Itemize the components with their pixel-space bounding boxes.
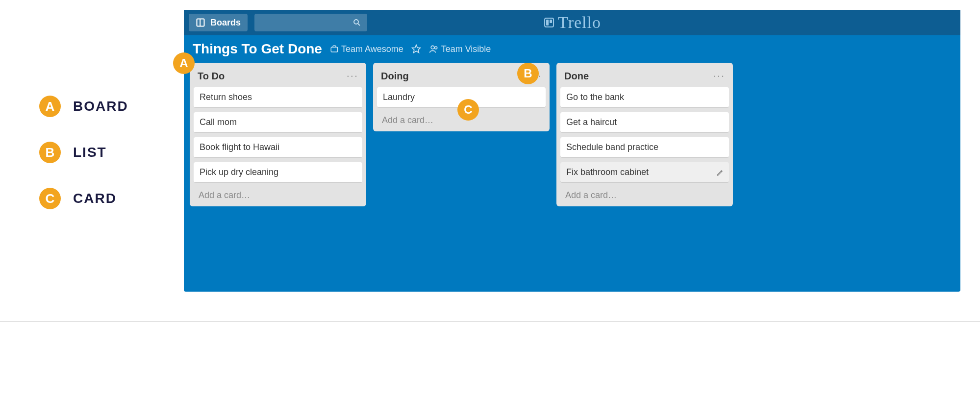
svg-rect-4 <box>545 18 553 27</box>
visibility-label: Team Visible <box>441 44 491 54</box>
card-title: Book flight to Hawaii <box>200 142 279 152</box>
svg-line-3 <box>358 24 360 25</box>
visibility-button[interactable]: Team Visible <box>429 44 491 54</box>
svg-point-10 <box>434 47 437 49</box>
card[interactable]: Call mom <box>194 112 362 132</box>
card-title: Go to the bank <box>566 92 624 102</box>
board-title[interactable]: Things To Get Done <box>193 41 322 57</box>
boards-button-label: Boards <box>210 18 241 28</box>
people-icon <box>429 44 439 54</box>
team-link[interactable]: Team Awesome <box>330 44 403 54</box>
brand-name: Trello <box>558 13 601 32</box>
list-title[interactable]: To Do <box>198 71 225 82</box>
add-card-button[interactable]: Add a card… <box>560 187 729 202</box>
legend-badge-b: B <box>39 142 61 163</box>
legend-item-board: A BOARD <box>39 96 184 117</box>
list-header: To Do ··· <box>194 68 362 87</box>
pencil-icon[interactable] <box>716 169 724 176</box>
legend-badge-c: C <box>39 188 61 209</box>
card[interactable]: Book flight to Hawaii <box>194 137 362 157</box>
divider <box>0 322 980 322</box>
add-card-button[interactable]: Add a card… <box>194 187 362 202</box>
legend-badge-a: A <box>39 96 61 117</box>
card-title: Return shoes <box>200 92 252 102</box>
card-title: Get a haircut <box>566 117 617 127</box>
card[interactable]: Pick up dry cleaning <box>194 162 362 182</box>
card-title: Schedule band practice <box>566 142 658 152</box>
svg-point-2 <box>354 20 358 24</box>
briefcase-icon <box>330 45 339 53</box>
card[interactable]: Go to the bank <box>560 87 729 107</box>
overlay-badge-c: C <box>457 99 479 121</box>
board-icon <box>196 18 205 27</box>
card-title: Pick up dry cleaning <box>200 167 278 177</box>
legend-item-list: B LIST <box>39 142 184 163</box>
topbar: Boards <box>184 10 960 35</box>
svg-point-9 <box>431 46 434 49</box>
brand-logo[interactable]: Trello <box>543 13 601 32</box>
overlay-badge-a: A <box>173 52 195 74</box>
search-icon <box>352 18 361 27</box>
svg-rect-7 <box>331 47 338 52</box>
list-menu-button[interactable]: ··· <box>347 70 358 82</box>
card[interactable]: Fix bathroom cabinet <box>560 162 729 182</box>
star-icon <box>411 44 421 54</box>
brand-icon <box>543 17 555 28</box>
legend: A BOARD B LIST C CARD <box>0 0 184 398</box>
svg-marker-8 <box>412 45 420 53</box>
list-done[interactable]: Done ··· Go to the bank Get a haircut Sc… <box>556 63 733 206</box>
list-header: Done ··· <box>560 68 729 87</box>
legend-label-card: CARD <box>73 191 117 206</box>
list-todo[interactable]: To Do ··· Return shoes Call mom Book fli… <box>190 63 366 206</box>
card-title: Call mom <box>200 117 237 127</box>
card-title: Laundry <box>383 92 415 102</box>
list-title[interactable]: Done <box>564 71 589 82</box>
legend-label-list: LIST <box>73 145 107 160</box>
team-name: Team Awesome <box>341 44 403 54</box>
svg-rect-6 <box>550 20 552 23</box>
svg-rect-5 <box>546 20 549 25</box>
search-input[interactable] <box>254 14 367 31</box>
list-title[interactable]: Doing <box>381 71 409 82</box>
legend-label-board: BOARD <box>73 99 128 114</box>
legend-item-card: C CARD <box>39 188 184 209</box>
boards-button[interactable]: Boards <box>189 14 248 31</box>
star-button[interactable] <box>411 44 421 54</box>
board-header: Things To Get Done Team Awesome <box>184 35 960 63</box>
trello-app: A B C Boards <box>184 10 960 292</box>
card[interactable]: Return shoes <box>194 87 362 107</box>
lists-container: To Do ··· Return shoes Call mom Book fli… <box>184 63 960 212</box>
list-menu-button[interactable]: ··· <box>713 70 725 82</box>
overlay-badge-b: B <box>517 63 539 84</box>
card-title: Fix bathroom cabinet <box>566 167 649 177</box>
card[interactable]: Get a haircut <box>560 112 729 132</box>
card[interactable]: Schedule band practice <box>560 137 729 157</box>
